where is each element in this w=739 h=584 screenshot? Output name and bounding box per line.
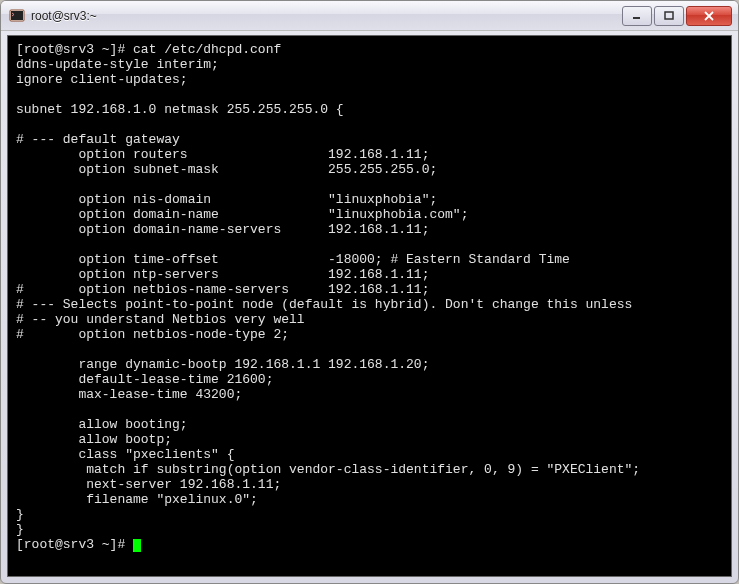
output-line: next-server 192.168.1.11; <box>16 477 281 492</box>
output-line: filename "pxelinux.0"; <box>16 492 258 507</box>
terminal-window: root@srv3:~ [root@srv3 ~]# cat /etc/dhcp… <box>0 0 739 584</box>
output-line: ignore client-updates; <box>16 72 188 87</box>
output-line: option domain-name "linuxphobia.com"; <box>16 207 468 222</box>
app-icon <box>9 8 25 24</box>
output-line: default-lease-time 21600; <box>16 372 273 387</box>
output-line: subnet 192.168.1.0 netmask 255.255.255.0… <box>16 102 344 117</box>
terminal-viewport[interactable]: [root@srv3 ~]# cat /etc/dhcpd.conf ddns-… <box>7 35 732 577</box>
cursor-icon <box>133 539 141 552</box>
output-line: option subnet-mask 255.255.255.0; <box>16 162 437 177</box>
shell-prompt: [root@srv3 ~]# <box>16 42 125 57</box>
output-line: ddns-update-style interim; <box>16 57 219 72</box>
output-line: # --- default gateway <box>16 132 180 147</box>
output-line: class "pxeclients" { <box>16 447 234 462</box>
window-title: root@srv3:~ <box>31 9 620 23</box>
output-line: # option netbios-name-servers 192.168.1.… <box>16 282 429 297</box>
output-line: # -- you understand Netbios very well <box>16 312 305 327</box>
output-line: match if substring(option vendor-class-i… <box>16 462 640 477</box>
titlebar[interactable]: root@srv3:~ <box>1 1 738 31</box>
output-line: option routers 192.168.1.11; <box>16 147 429 162</box>
output-line: # option netbios-node-type 2; <box>16 327 289 342</box>
svg-rect-3 <box>665 12 673 19</box>
maximize-button[interactable] <box>654 6 684 26</box>
output-line: # --- Selects point-to-point node (defau… <box>16 297 632 312</box>
output-line: option ntp-servers 192.168.1.11; <box>16 267 429 282</box>
output-line: } <box>16 522 24 537</box>
output-line: option domain-name-servers 192.168.1.11; <box>16 222 429 237</box>
shell-prompt: [root@srv3 ~]# <box>16 537 125 552</box>
output-line: max-lease-time 43200; <box>16 387 242 402</box>
output-line: } <box>16 507 24 522</box>
shell-command: cat /etc/dhcpd.conf <box>133 42 281 57</box>
minimize-button[interactable] <box>622 6 652 26</box>
output-line: option nis-domain "linuxphobia"; <box>16 192 437 207</box>
close-button[interactable] <box>686 6 732 26</box>
output-line: option time-offset -18000; # Eastern Sta… <box>16 252 570 267</box>
window-controls <box>620 6 732 26</box>
output-line: allow bootp; <box>16 432 172 447</box>
output-line: range dynamic-bootp 192.168.1.1 192.168.… <box>16 357 429 372</box>
output-line: allow booting; <box>16 417 188 432</box>
